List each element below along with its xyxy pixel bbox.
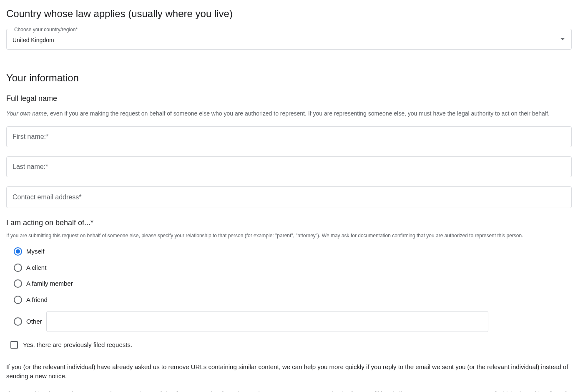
- your-information-heading: Your information: [6, 70, 572, 85]
- previously-filed-row[interactable]: Yes, there are previously filed requests…: [6, 340, 572, 350]
- acting-behalf-helper: If you are submitting this request on be…: [6, 232, 572, 239]
- radio-client[interactable]: [14, 264, 22, 272]
- radio-row-client[interactable]: A client: [14, 263, 572, 273]
- previously-filed-label: Yes, there are previously filed requests…: [23, 340, 132, 350]
- first-name-input[interactable]: [7, 127, 571, 147]
- radio-friend-label: A friend: [26, 295, 48, 305]
- full-legal-name-helper-em: Your own name,: [6, 110, 48, 117]
- radio-myself-label: Myself: [26, 247, 44, 256]
- full-legal-name-heading: Full legal name: [6, 93, 572, 104]
- acting-behalf-heading: I am acting on behalf of...*: [6, 217, 572, 229]
- radio-friend[interactable]: [14, 296, 22, 304]
- radio-client-label: A client: [26, 263, 46, 273]
- radio-family[interactable]: [14, 279, 22, 288]
- previously-filed-checkbox[interactable]: [10, 341, 18, 349]
- radio-row-friend[interactable]: A friend: [14, 295, 572, 305]
- last-name-input[interactable]: [7, 157, 571, 177]
- radio-row-myself[interactable]: Myself: [14, 247, 572, 256]
- radio-other[interactable]: [14, 317, 22, 326]
- radio-family-label: A family member: [26, 279, 73, 289]
- country-select-value: United Kingdom: [7, 29, 571, 51]
- full-legal-name-helper: Your own name, even if you are making th…: [6, 109, 572, 118]
- previously-filed-para1: If you (or the relevant individual) have…: [6, 362, 572, 381]
- email-field-wrap: [6, 186, 572, 208]
- radio-row-other: Other: [14, 311, 572, 332]
- behalf-radio-group: Myself A client A family member A friend…: [6, 247, 572, 332]
- other-input-wrap: [46, 311, 488, 332]
- other-input[interactable]: [47, 312, 488, 332]
- radio-row-family[interactable]: A family member: [14, 279, 572, 289]
- radio-other-label: Other: [26, 317, 42, 327]
- previously-filed-para2: If you would rather send us a new notice…: [6, 389, 572, 392]
- chevron-down-icon: [560, 38, 565, 40]
- first-name-field-wrap: [6, 126, 572, 147]
- country-select[interactable]: Choose your country/region* United Kingd…: [6, 29, 572, 50]
- country-select-label: Choose your country/region*: [13, 26, 79, 33]
- country-law-heading: Country whose law applies (usually where…: [6, 6, 572, 21]
- last-name-field-wrap: [6, 156, 572, 177]
- full-legal-name-helper-rest: even if you are making the request on be…: [48, 110, 550, 117]
- radio-myself[interactable]: [14, 247, 22, 256]
- email-input[interactable]: [7, 187, 571, 208]
